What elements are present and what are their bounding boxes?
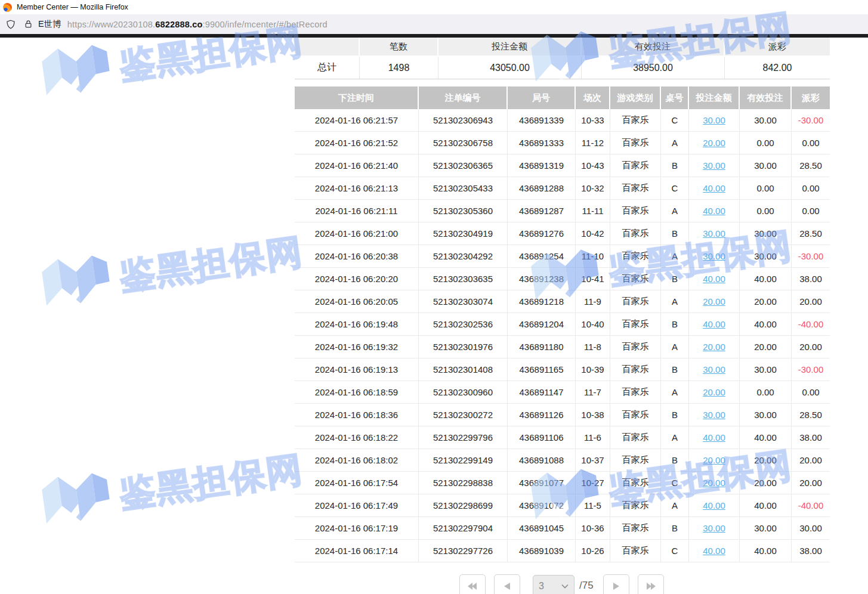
cell-payout: 0.00 xyxy=(792,177,830,199)
bet-amount-link[interactable]: 20.00 xyxy=(703,455,725,465)
cell-session: 11-10 xyxy=(576,245,610,267)
shield-icon[interactable] xyxy=(5,18,17,30)
bet-amount-link[interactable]: 20.00 xyxy=(703,296,725,307)
pagination-bar: 3 /75 xyxy=(459,574,672,594)
cell-game-type: 百家乐 xyxy=(610,404,661,426)
cell-valid-bet: 30.00 xyxy=(740,109,792,131)
cell-round-no: 436891276 xyxy=(508,222,576,245)
table-row: 2024-01-16 06:19:48521302302536436891204… xyxy=(295,313,830,336)
cell-table-no: A xyxy=(661,200,689,222)
cell-session: 11-9 xyxy=(576,290,610,313)
bet-amount-link[interactable]: 30.00 xyxy=(703,115,725,125)
page-select[interactable]: 3 xyxy=(533,575,574,594)
cell-table-no: A xyxy=(661,381,689,403)
bet-amount-link[interactable]: 30.00 xyxy=(703,523,725,533)
cell-valid-bet: 40.00 xyxy=(740,494,792,516)
guarantee-logo-icon xyxy=(37,35,116,110)
cell-round-no: 436891045 xyxy=(508,517,576,539)
cell-bet-amount: 30.00 xyxy=(689,154,740,177)
cell-game-type: 百家乐 xyxy=(610,381,661,403)
summary-total-payout: 842.00 xyxy=(725,57,830,79)
cell-payout: 28.50 xyxy=(792,404,830,426)
cell-round-no: 436891319 xyxy=(508,154,576,177)
bet-amount-link[interactable]: 30.00 xyxy=(703,410,725,420)
cell-bet-time: 2024-01-16 06:20:38 xyxy=(295,245,419,267)
guarantee-logo-icon xyxy=(37,246,116,320)
table-row: 2024-01-16 06:17:49521302298699436891072… xyxy=(295,494,830,517)
lock-icon[interactable] xyxy=(23,19,33,30)
col-header-payout: 派彩 xyxy=(792,86,830,109)
cell-bet-time: 2024-01-16 06:20:20 xyxy=(295,268,419,290)
cell-bet-amount: 20.00 xyxy=(689,472,740,494)
cell-bet-amount: 20.00 xyxy=(689,132,740,154)
next-page-button[interactable] xyxy=(603,574,629,594)
bet-amount-link[interactable]: 40.00 xyxy=(703,546,725,556)
cell-session: 10-33 xyxy=(576,109,610,131)
cell-bet-amount: 40.00 xyxy=(689,200,740,222)
cell-table-no: B xyxy=(661,313,689,335)
cell-payout: 28.50 xyxy=(792,154,830,177)
cell-bet-time: 2024-01-16 06:19:48 xyxy=(295,313,419,335)
summary-col-bet-amount: 投注金额 xyxy=(438,38,582,57)
bet-amount-link[interactable]: 40.00 xyxy=(703,274,725,284)
cell-table-no: A xyxy=(661,426,689,448)
cell-valid-bet: 40.00 xyxy=(740,540,792,562)
table-row: 2024-01-16 06:17:19521302297904436891045… xyxy=(295,517,830,540)
bet-amount-link[interactable]: 30.00 xyxy=(703,228,725,239)
cell-bet-time: 2024-01-16 06:17:19 xyxy=(295,517,419,539)
cell-table-no: A xyxy=(661,132,689,154)
first-page-button[interactable] xyxy=(459,574,486,594)
bet-amount-link[interactable]: 40.00 xyxy=(703,319,725,329)
last-page-button[interactable] xyxy=(638,574,664,594)
bet-amount-link[interactable]: 40.00 xyxy=(703,183,725,193)
address-bar-url[interactable]: https://www20230108.6822888.co:9900/infe… xyxy=(67,20,328,29)
cell-bet-id: 521302303635 xyxy=(419,268,508,290)
bet-amount-link[interactable]: 30.00 xyxy=(703,251,725,261)
summary-col-valid-bet: 有效投注 xyxy=(582,38,725,57)
cell-bet-time: 2024-01-16 06:18:36 xyxy=(295,404,419,426)
cell-bet-amount: 30.00 xyxy=(689,404,740,426)
bet-amount-link[interactable]: 20.00 xyxy=(703,138,725,148)
bet-amount-link[interactable]: 20.00 xyxy=(703,342,725,352)
cell-round-no: 436891088 xyxy=(508,449,576,471)
cell-bet-time: 2024-01-16 06:18:02 xyxy=(295,449,419,471)
site-identity-label[interactable]: E世博 xyxy=(38,18,61,30)
cell-valid-bet: 30.00 xyxy=(740,222,792,245)
bet-amount-link[interactable]: 40.00 xyxy=(703,432,725,443)
cell-bet-amount: 30.00 xyxy=(689,222,740,245)
url-domain: 6822888.co xyxy=(155,20,202,29)
table-row: 2024-01-16 06:18:02521302299149436891088… xyxy=(295,449,830,472)
cell-valid-bet: 30.00 xyxy=(740,154,792,177)
bet-amount-link[interactable]: 30.00 xyxy=(703,160,725,171)
cell-bet-time: 2024-01-16 06:19:32 xyxy=(295,336,419,358)
summary-col-blank xyxy=(295,38,360,57)
bet-amount-link[interactable]: 40.00 xyxy=(703,500,725,511)
cell-round-no: 436891254 xyxy=(508,245,576,267)
cell-table-no: A xyxy=(661,290,689,313)
table-row: 2024-01-16 06:18:59521302300960436891147… xyxy=(295,381,830,404)
cell-game-type: 百家乐 xyxy=(610,245,661,267)
bet-record-table: 下注时间注单编号局号场次游戏类别桌号投注金额有效投注派彩 2024-01-16 … xyxy=(295,86,830,562)
cell-payout: 38.00 xyxy=(792,426,830,448)
cell-session: 11-7 xyxy=(576,381,610,403)
cell-valid-bet: 40.00 xyxy=(740,426,792,448)
cell-bet-amount: 20.00 xyxy=(689,449,740,471)
cell-bet-amount: 40.00 xyxy=(689,268,740,290)
cell-bet-time: 2024-01-16 06:18:59 xyxy=(295,381,419,403)
cell-session: 10-32 xyxy=(576,177,610,199)
cell-round-no: 436891072 xyxy=(508,494,576,516)
cell-round-no: 436891077 xyxy=(508,472,576,494)
bet-amount-link[interactable]: 40.00 xyxy=(703,206,725,216)
table-row: 2024-01-16 06:21:11521302305360436891287… xyxy=(295,200,830,222)
cell-round-no: 436891039 xyxy=(508,540,576,562)
bet-amount-link[interactable]: 20.00 xyxy=(703,478,725,488)
prev-page-button[interactable] xyxy=(494,574,520,594)
cell-bet-time: 2024-01-16 06:21:52 xyxy=(295,132,419,154)
bet-amount-link[interactable]: 20.00 xyxy=(703,387,725,397)
cell-game-type: 百家乐 xyxy=(610,472,661,494)
col-header-game-type: 游戏类别 xyxy=(610,86,661,109)
cell-bet-amount: 20.00 xyxy=(689,336,740,358)
cell-valid-bet: 30.00 xyxy=(740,517,792,539)
bet-amount-link[interactable]: 30.00 xyxy=(703,364,725,375)
cell-game-type: 百家乐 xyxy=(610,494,661,516)
